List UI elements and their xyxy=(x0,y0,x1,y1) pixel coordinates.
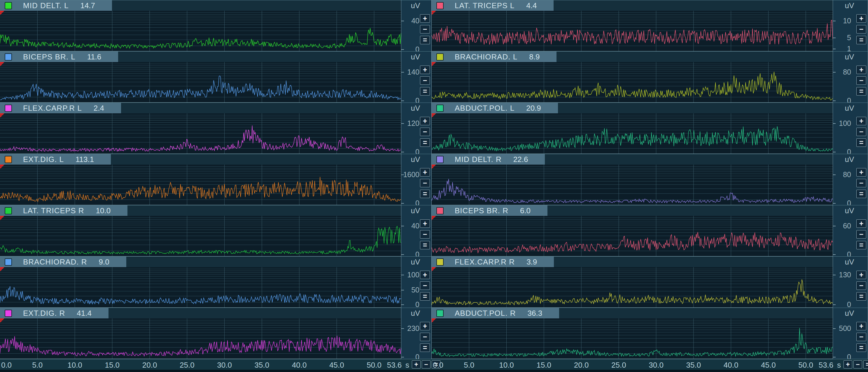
channel-header-band[interactable]: ABDUCT.POL. R 36.3 xyxy=(432,308,559,318)
waveform-plot[interactable] xyxy=(432,11,833,52)
waveform-plot[interactable] xyxy=(432,318,833,359)
time-zoom-out-button[interactable]: − xyxy=(422,360,431,369)
channel-header-band[interactable]: BICEPS BR. R 6.0 xyxy=(432,205,548,216)
waveform-plot[interactable] xyxy=(432,165,833,205)
channel-header-band[interactable]: EXT.DIG. L 113.1 xyxy=(0,154,111,165)
time-auto-button[interactable]: = xyxy=(863,360,868,369)
waveform-plot[interactable] xyxy=(432,113,833,154)
scale-zoom-out-button[interactable]: − xyxy=(856,333,866,341)
channel-header[interactable]: FLEX.CARP.R L 2.4 xyxy=(0,103,401,113)
channel-header[interactable]: BICEPS BR. L 11.6 xyxy=(0,52,401,62)
channel-header-band[interactable]: LAT. TRICEPS R 10.0 xyxy=(0,205,127,216)
scale-auto-button[interactable]: = xyxy=(856,190,866,198)
channel-header[interactable]: FLEX.CARP.R R 3.9 xyxy=(432,257,833,267)
waveform-plot[interactable] xyxy=(432,267,833,308)
time-zoom-out-button[interactable]: − xyxy=(854,360,862,369)
scale-zoom-in-button[interactable]: + xyxy=(856,271,866,279)
scale-zoom-in-button[interactable]: + xyxy=(856,219,866,228)
channel-color-icon[interactable] xyxy=(5,2,12,9)
waveform-plot[interactable] xyxy=(432,216,833,257)
scale-zoom-out-button[interactable]: − xyxy=(856,230,866,239)
scale-auto-button[interactable]: = xyxy=(420,292,430,301)
scale-zoom-out-button[interactable]: − xyxy=(420,128,430,136)
scale-auto-button[interactable]: = xyxy=(856,87,866,96)
scale-auto-button[interactable]: = xyxy=(856,292,866,301)
scale-zoom-in-button[interactable]: + xyxy=(856,168,866,176)
channel-header-band[interactable]: BRACHIORAD. R 9.0 xyxy=(0,257,126,267)
scale-auto-button[interactable]: = xyxy=(420,36,430,44)
scale-auto-button[interactable]: = xyxy=(420,138,430,147)
scale-zoom-in-button[interactable]: + xyxy=(856,117,866,125)
scale-zoom-out-button[interactable]: − xyxy=(856,25,866,34)
channel-header-band[interactable]: ABDUCT.POL. L 20.9 xyxy=(432,103,558,113)
channel-color-icon[interactable] xyxy=(5,207,12,214)
channel-header[interactable]: EXT.DIG. R 41.4 xyxy=(0,308,401,318)
scale-zoom-in-button[interactable]: + xyxy=(420,219,430,228)
channel-header-band[interactable]: BICEPS BR. L 11.6 xyxy=(0,52,118,62)
scale-zoom-out-button[interactable]: − xyxy=(856,281,866,290)
channel-color-icon[interactable] xyxy=(5,53,12,61)
waveform-plot[interactable] xyxy=(0,267,401,308)
channel-color-icon[interactable] xyxy=(436,310,444,317)
channel-header[interactable]: EXT.DIG. L 113.1 xyxy=(0,154,401,165)
scale-auto-button[interactable]: = xyxy=(856,343,866,352)
channel-color-icon[interactable] xyxy=(436,105,444,112)
channel-color-icon[interactable] xyxy=(436,207,444,214)
channel-header[interactable]: BRACHIORAD. R 9.0 xyxy=(0,257,401,267)
waveform-plot[interactable] xyxy=(0,62,401,103)
scale-zoom-in-button[interactable]: + xyxy=(420,14,430,23)
channel-header[interactable]: ABDUCT.POL. R 36.3 xyxy=(432,308,833,318)
scale-zoom-out-button[interactable]: − xyxy=(420,76,430,85)
scale-auto-button[interactable]: = xyxy=(856,138,866,147)
scale-auto-button[interactable]: = xyxy=(420,87,430,96)
scale-auto-button[interactable]: = xyxy=(856,241,866,249)
scale-auto-button[interactable]: = xyxy=(856,36,866,44)
time-zoom-in-button[interactable]: + xyxy=(412,360,421,369)
channel-color-icon[interactable] xyxy=(5,156,12,163)
channel-color-icon[interactable] xyxy=(436,259,444,266)
channel-color-icon[interactable] xyxy=(5,310,12,317)
channel-header-band[interactable]: MID DELT. R 22.6 xyxy=(432,154,545,165)
channel-header-band[interactable]: LAT. TRICEPS L 4.4 xyxy=(432,0,554,11)
scale-zoom-out-button[interactable]: − xyxy=(420,230,430,239)
channel-header[interactable]: BRACHIORAD. L 8.9 xyxy=(432,52,833,62)
channel-header[interactable]: MID DELT. R 22.6 xyxy=(432,154,833,165)
scale-zoom-in-button[interactable]: + xyxy=(420,66,430,74)
scale-zoom-in-button[interactable]: + xyxy=(856,66,866,74)
scale-zoom-in-button[interactable]: + xyxy=(856,14,866,23)
scale-zoom-in-button[interactable]: + xyxy=(420,168,430,176)
channel-header-band[interactable]: MID DELT. L 14.7 xyxy=(0,0,112,11)
waveform-plot[interactable] xyxy=(0,113,401,154)
channel-header[interactable]: ABDUCT.POL. L 20.9 xyxy=(432,103,833,113)
waveform-plot[interactable] xyxy=(0,165,401,205)
waveform-plot[interactable] xyxy=(0,216,401,257)
scale-zoom-out-button[interactable]: − xyxy=(856,76,866,85)
waveform-plot[interactable] xyxy=(432,62,833,103)
scale-zoom-out-button[interactable]: − xyxy=(420,25,430,34)
scale-zoom-in-button[interactable]: + xyxy=(856,322,866,330)
scale-zoom-in-button[interactable]: + xyxy=(420,271,430,279)
channel-header[interactable]: BICEPS BR. R 6.0 xyxy=(432,205,833,216)
scale-zoom-in-button[interactable]: + xyxy=(420,117,430,125)
scale-zoom-out-button[interactable]: − xyxy=(856,179,866,187)
channel-color-icon[interactable] xyxy=(436,2,444,9)
channel-header[interactable]: LAT. TRICEPS L 4.4 xyxy=(432,0,833,11)
channel-header-band[interactable]: FLEX.CARP.R R 3.9 xyxy=(432,257,554,267)
scale-zoom-out-button[interactable]: − xyxy=(420,333,430,341)
scale-auto-button[interactable]: = xyxy=(420,343,430,352)
scale-auto-button[interactable]: = xyxy=(420,190,430,198)
time-zoom-in-button[interactable]: + xyxy=(843,360,852,369)
waveform-plot[interactable] xyxy=(0,11,401,52)
channel-header-band[interactable]: FLEX.CARP.R L 2.4 xyxy=(0,103,121,113)
channel-header[interactable]: LAT. TRICEPS R 10.0 xyxy=(0,205,401,216)
scale-zoom-out-button[interactable]: − xyxy=(856,128,866,136)
scale-auto-button[interactable]: = xyxy=(420,241,430,249)
channel-header[interactable]: MID DELT. L 14.7 xyxy=(0,0,401,11)
waveform-plot[interactable] xyxy=(0,318,401,359)
channel-color-icon[interactable] xyxy=(436,53,444,61)
channel-color-icon[interactable] xyxy=(436,156,444,163)
scale-zoom-out-button[interactable]: − xyxy=(420,179,430,187)
channel-color-icon[interactable] xyxy=(5,105,12,112)
channel-header-band[interactable]: BRACHIORAD. L 8.9 xyxy=(432,52,557,62)
channel-color-icon[interactable] xyxy=(5,259,12,266)
